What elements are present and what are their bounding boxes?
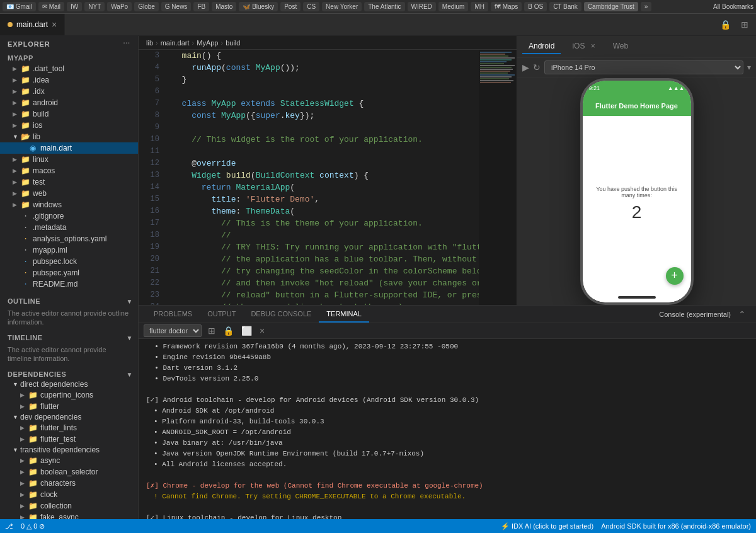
console-content[interactable]: • Framework revision 367fea16b0 (4 month… [139,339,756,519]
dep-cupertino-icons[interactable]: ▶ 📁 cupertino_icons [0,389,138,401]
browser-tab-nyt[interactable]: NYT [84,2,105,11]
dep-flutter[interactable]: ▶ 📁 flutter [0,401,138,412]
tree-item-pubspec-lock[interactable]: ⬝ pubspec.lock [0,256,138,267]
dep-async[interactable]: ▶ 📁 async [0,455,138,466]
transitive-deps-item[interactable]: ▼ transitive dependencies [0,445,138,455]
device-tab-web[interactable]: Web [607,39,634,54]
tree-item-myapp-iml[interactable]: ⬝ myapp.iml [0,244,138,256]
dep-flutter-test[interactable]: ▶ 📁 flutter_test [0,433,138,445]
browser-tab-wapo[interactable]: WaPo [107,2,132,11]
direct-deps-item[interactable]: ▼ direct dependencies [0,379,138,389]
console-line: • Framework revision 367fea16b0 (4 month… [146,341,748,352]
split-terminal-icon[interactable]: ⊞ [205,324,218,337]
tree-item-android[interactable]: ▶ 📁 android [0,97,138,108]
browser-tab-ctbank[interactable]: CT Bank [549,2,581,11]
breadcrumb-build[interactable]: build [226,39,240,47]
browser-tab-mh[interactable]: MH [471,2,488,11]
breadcrumb-myapp[interactable]: MyApp [197,39,218,47]
tree-item-lib[interactable]: ▼ 📂 lib [0,131,138,142]
phone-status-icons: ▲▲▲ [668,85,685,91]
lock-icon[interactable]: 🔒 [718,18,733,31]
dep-flutter-lints[interactable]: ▶ 📁 flutter_lints [0,422,138,433]
breadcrumb-lib[interactable]: lib [146,39,153,47]
tree-item-idx[interactable]: ▶ 📁 .idx [0,86,138,97]
tree-item-dart-tool[interactable]: ▶ 📁 .dart_tool [0,63,138,74]
browser-tab-gmail[interactable]: 📧 Gmail [3,2,36,11]
dep-fake-async[interactable]: ▶ 📁 fake_async [0,512,138,519]
browser-tab-bluesky[interactable]: 🦋 Bluesky [239,2,278,11]
browser-tab-fb[interactable]: FB [193,2,209,11]
timeline-chevron-icon[interactable]: ▼ [127,335,133,341]
tree-item-ios[interactable]: ▶ 📁 ios [0,120,138,131]
browser-tab-masto[interactable]: Masto [212,2,236,11]
terminal-command-select[interactable]: flutter doctor [144,324,202,337]
console-tab-output[interactable]: OUTPUT [200,306,243,323]
browser-tab-post[interactable]: Post [280,2,301,11]
console-tab-problems[interactable]: PROBLEMS [146,306,200,323]
play-button[interactable]: ▶ [522,62,529,72]
reload-button[interactable]: ↻ [533,62,541,72]
tree-item-gitignore[interactable]: ⬝ .gitignore [0,210,138,222]
dep-boolean-selector[interactable]: ▶ 📁 boolean_selector [0,466,138,478]
browser-tab-gnews[interactable]: G News [161,2,192,11]
device-tab-android[interactable]: Android [522,39,561,54]
tree-item-analysis-options[interactable]: ⬝ analysis_options.yaml [0,233,138,244]
dep-collection[interactable]: ▶ 📁 collection [0,500,138,512]
tree-item-linux[interactable]: ▶ 📁 linux [0,154,138,165]
outline-chevron-icon[interactable]: ▼ [127,298,133,305]
dep-characters[interactable]: ▶ 📁 characters [0,478,138,489]
git-branch-icon[interactable]: ⎇ [5,522,13,530]
tree-item-pubspec-yaml[interactable]: ⬝ pubspec.yaml [0,267,138,278]
browser-tab-globe[interactable]: Globe [134,2,159,11]
console-collapse-icon[interactable]: ⌃ [736,308,748,321]
browser-tab-maps[interactable]: 🗺 Maps [491,2,522,11]
dev-deps-item[interactable]: ▼ dev dependencies [0,412,138,422]
new-file-icon[interactable]: ⋯ [123,40,130,48]
breadcrumb-main-dart[interactable]: main.dart [161,39,190,47]
timeline-section-title[interactable]: TIMELINE ▼ [0,331,138,343]
ios-tab-close[interactable]: × [591,42,595,50]
tree-item-test[interactable]: ▶ 📁 test [0,176,138,188]
dep-clock[interactable]: ▶ 📁 clock [0,489,138,500]
idx-ai-button[interactable]: ⚡ IDX AI (click to get started) [501,522,593,530]
device-tab-ios[interactable]: iOS × [566,39,601,54]
device-selector[interactable]: iPhone 14 Pro [544,60,743,74]
more-tabs-button[interactable]: » [641,2,652,11]
browser-tab-newyorker[interactable]: New Yorker [322,2,362,11]
code-editor[interactable]: 3 main() { 4 runApp(const MyApp()); 5 } [139,50,479,305]
tree-item-build[interactable]: ▶ 📁 build [0,108,138,120]
tree-item-web[interactable]: ▶ 📁 web [0,188,138,199]
split-editor-icon[interactable]: ⊞ [738,18,751,31]
sidebar: EXPLORER ⋯ MYAPP ▶ 📁 .dart_tool ▶ 📁 .ide… [0,36,139,519]
file-icon: ⬝ [20,245,30,255]
browser-tab-bos[interactable]: B OS [524,2,547,11]
outline-section-title[interactable]: OUTLINE ▼ [0,295,138,306]
browser-tab-cs[interactable]: CS [303,2,319,11]
close-terminal-icon[interactable]: × [257,324,267,337]
dependencies-section-title[interactable]: DEPENDENCIES ▼ [0,368,138,379]
tree-item-main-dart[interactable]: ◉ main.dart [0,142,138,154]
editor-tab-main-dart[interactable]: main.dart × [0,14,65,35]
code-line: 13 Widget build(BuildContext context) { [139,169,479,181]
console-tab-terminal[interactable]: TERMINAL [319,306,369,323]
tree-item-macos[interactable]: ▶ 📁 macos [0,165,138,176]
browser-tab-cambridge[interactable]: Cambridge Trust [584,2,638,11]
dependencies-chevron-icon[interactable]: ▼ [127,371,133,378]
browser-tab-wired[interactable]: WIRED [408,2,436,11]
explorer-title: EXPLORER [8,40,50,48]
tab-close-button[interactable]: × [52,20,57,30]
tree-item-metadata[interactable]: ⬝ .metadata [0,222,138,233]
browser-tab-mail[interactable]: ✉ Mail [38,2,64,11]
browser-tab-medium[interactable]: Medium [438,2,469,11]
browser-tab-atlantic[interactable]: The Atlantic [364,2,404,11]
browser-tab-iw[interactable]: IW [67,2,82,11]
phone-fab-button[interactable]: + [666,267,684,285]
tree-item-idea[interactable]: ▶ 📁 .idea [0,74,138,86]
tree-item-windows[interactable]: ▶ 📁 windows [0,199,138,210]
android-sdk-status: Android SDK built for x86 (android-x86 e… [601,522,751,530]
console-line [146,502,748,513]
lock-terminal-icon[interactable]: 🔒 [220,324,236,337]
console-tab-debug[interactable]: DEBUG CONSOLE [243,306,319,323]
maximize-terminal-icon[interactable]: ⬜ [239,324,255,337]
tree-item-readme[interactable]: ⬝ README.md [0,278,138,290]
